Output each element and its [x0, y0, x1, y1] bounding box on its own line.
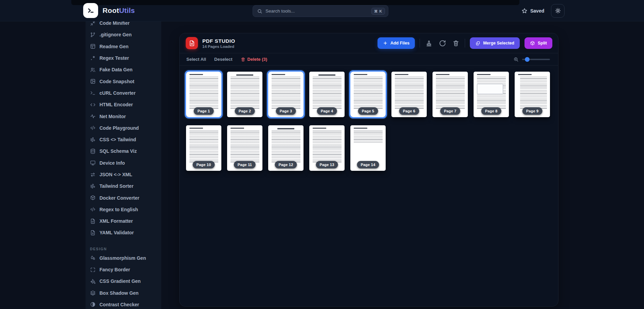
page-thumbnail-page-13[interactable]: Page 13 — [309, 125, 345, 171]
search-input[interactable] — [265, 8, 368, 14]
sidebar-item-label: Net Monitor — [99, 114, 126, 119]
merge-selected-button[interactable]: Merge Selected — [470, 37, 520, 49]
database-icon — [90, 148, 96, 154]
sidebar-item-xml-formatter[interactable]: XML Formatter — [90, 215, 161, 227]
sidebar-item-json-xml[interactable]: JSON <-> XML — [90, 169, 161, 180]
page-thumbnail-page-11[interactable]: Page 11 — [227, 125, 262, 171]
sidebar-item-curl-converter[interactable]: cURL Converter — [90, 87, 161, 99]
delete-selected-button[interactable]: Delete (3) — [241, 57, 268, 62]
sidebar-item-net-monitor[interactable]: Net Monitor — [90, 110, 161, 122]
paint-bucket-icon — [90, 278, 96, 284]
saved-button[interactable]: Saved — [521, 8, 544, 14]
split-button[interactable]: Split — [525, 37, 552, 49]
sidebar-item-tailwind-sorter[interactable]: Tailwind Sorter — [90, 180, 161, 192]
droplets-icon — [90, 255, 96, 261]
page-thumbnail-page-1[interactable]: Page 1 — [186, 72, 221, 117]
page-label: Page 5 — [358, 107, 378, 115]
saved-label: Saved — [530, 8, 544, 14]
page-label: Page 2 — [235, 107, 255, 115]
page-thumbnail-page-2[interactable]: Page 2 — [227, 72, 262, 117]
page-thumbnail-page-5[interactable]: Page 5 — [350, 72, 386, 117]
sidebar-item-label: YAML Validator — [99, 230, 134, 235]
search-icon — [257, 8, 262, 14]
sidebar-item-contrast-checker[interactable]: Contrast Checker — [90, 299, 161, 309]
page-thumbnail-page-7[interactable]: Page 7 — [433, 72, 468, 117]
select-all-button[interactable]: Select All — [186, 57, 206, 62]
plus-icon — [383, 41, 388, 46]
thumbnail-zoom-slider[interactable] — [522, 57, 550, 62]
page-label: Page 7 — [440, 107, 460, 115]
page-thumbnail-page-4[interactable]: Page 4 — [309, 72, 345, 117]
sidebar-item-gitignore-gen[interactable]: .gitignore Gen — [90, 29, 161, 40]
sidebar-item-code-playground[interactable]: Code Playground — [90, 122, 161, 134]
sidebar-section-design: DESIGN — [90, 247, 161, 251]
page-thumbnail-page-10[interactable]: Page 10 — [186, 125, 221, 171]
sidebar-item-label: Code Snapshot — [99, 79, 134, 84]
sidebar-item-label: XML Formatter — [99, 218, 133, 224]
sidebar-item-label: .gitignore Gen — [99, 32, 132, 37]
window-shade-artifact — [71, 0, 519, 5]
code-slash-icon — [90, 125, 96, 131]
sidebar-item-docker-converter[interactable]: Docker Converter — [90, 192, 161, 203]
sidebar-item-css-gradient-gen[interactable]: CSS Gradient Gen — [90, 275, 161, 287]
stamp-icon[interactable] — [425, 39, 433, 48]
studio-header: PDF STUDIO 14 Pages Loaded Add Files — [180, 33, 558, 53]
page-thumbnail-page-9[interactable]: Page 9 — [515, 72, 550, 117]
sidebar-item-yaml-validator[interactable]: YAML Validator — [90, 227, 161, 238]
page-thumbnail-page-3[interactable]: Page 3 — [268, 72, 303, 117]
regex-icon — [90, 55, 96, 61]
page-label: Page 12 — [275, 161, 297, 168]
sidebar-item-regex-to-english[interactable]: Regex to English — [90, 204, 161, 215]
page-thumbnail-page-8[interactable]: Page 8 — [474, 72, 509, 117]
page-thumbnail-page-12[interactable]: Page 12 — [268, 125, 303, 171]
slider-thumb[interactable] — [525, 57, 530, 62]
theme-toggle-button[interactable] — [551, 4, 565, 18]
sidebar-item-html-encoder[interactable]: HTML Encoder — [90, 99, 161, 110]
sidebar-item-label: CSS <> Tailwind — [99, 137, 136, 142]
page-thumbnail-grid: Page 1 Page 2 Page 3 Page 4 Page 5 Page … — [180, 66, 558, 177]
page-label: Page 13 — [316, 161, 338, 168]
sidebar-item-regex-tester[interactable]: Regex Tester — [90, 52, 161, 64]
users-icon — [90, 67, 96, 73]
brand-accent: Utils — [119, 6, 135, 14]
sidebar-item-fancy-border[interactable]: Fancy Border — [90, 264, 161, 275]
sidebar-item-code-snapshot[interactable]: Code Snapshot — [90, 75, 161, 87]
sidebar-item-css-tailwind[interactable]: CSS <> Tailwind — [90, 134, 161, 145]
sidebar-item-device-info[interactable]: Device Info — [90, 157, 161, 169]
page-label: Page 1 — [194, 107, 214, 115]
sidebar-item-label: Tailwind Sorter — [99, 183, 133, 189]
sidebar-item-label: Readme Gen — [99, 44, 129, 49]
trash-icon[interactable] — [452, 39, 460, 47]
code-slash-icon — [90, 206, 96, 212]
divider — [420, 39, 420, 48]
deselect-button[interactable]: Deselect — [214, 57, 232, 62]
page-label: Page 11 — [234, 161, 256, 168]
file-code-icon — [90, 218, 96, 224]
page-label: Page 4 — [317, 107, 337, 115]
sidebar-item-code-minifier[interactable]: Code Minifier — [90, 21, 161, 29]
app-logo[interactable]: RootUtils — [83, 3, 135, 18]
page-thumbnail-page-6[interactable]: Page 6 — [391, 72, 427, 117]
sidebar-item-label: JSON <-> XML — [99, 172, 132, 177]
sidebar-item-label: cURL Converter — [99, 90, 135, 96]
sidebar-item-label: Docker Converter — [99, 195, 140, 201]
shortcut-badge: ⌘ K — [371, 8, 385, 15]
sun-icon — [555, 7, 561, 14]
sidebar-item-box-shadow-gen[interactable]: Box Shadow Gen — [90, 287, 161, 299]
sidebar-item-fake-data-gen[interactable]: Fake Data Gen — [90, 64, 161, 75]
page-label: Page 9 — [522, 107, 542, 115]
star-icon — [521, 8, 528, 14]
sidebar-item-label: Code Minifier — [99, 21, 130, 26]
search-bar[interactable]: ⌘ K — [253, 5, 388, 17]
pdf-studio-panel: PDF STUDIO 14 Pages Loaded Add Files — [179, 33, 558, 307]
add-files-button[interactable]: Add Files — [378, 37, 415, 49]
sidebar-item-glassmorphism-gen[interactable]: Glassmorphism Gen — [90, 252, 161, 264]
sidebar-item-sql-schema-viz[interactable]: SQL Schema Viz — [90, 145, 161, 157]
page-label: Page 10 — [193, 161, 215, 168]
rotate-cw-icon[interactable] — [438, 39, 447, 48]
sidebar: Code Minifier .gitignore Gen Readme Gen … — [86, 21, 161, 309]
page-thumbnail-page-14[interactable]: Page 14 — [350, 125, 386, 171]
terminal-logo-icon — [83, 3, 98, 18]
sidebar-item-label: SQL Schema Viz — [99, 148, 137, 154]
sidebar-item-readme-gen[interactable]: Readme Gen — [90, 41, 161, 52]
